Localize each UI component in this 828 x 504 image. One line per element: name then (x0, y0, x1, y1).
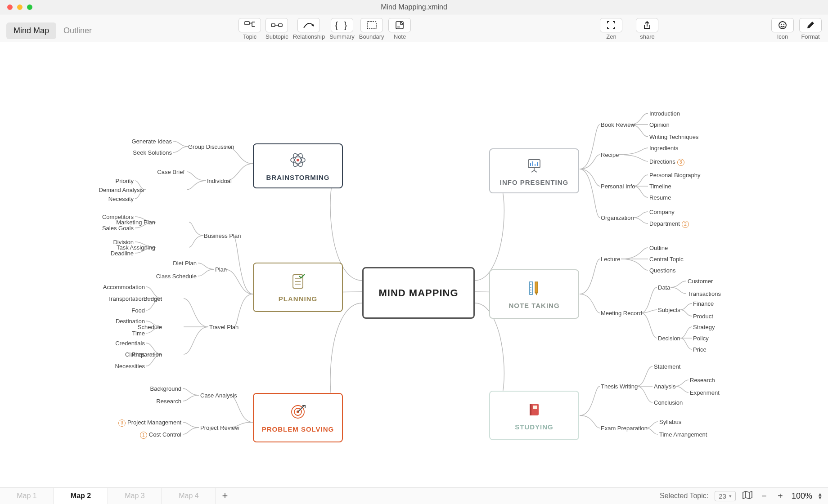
topic-node[interactable]: Demand Analysis (99, 187, 144, 193)
branch-planning[interactable]: PLANNING (253, 263, 343, 312)
topic-node[interactable]: Transactions (688, 290, 721, 297)
mode-outliner[interactable]: Outliner (56, 22, 99, 39)
central-topic[interactable]: MIND MAPPING (362, 267, 475, 319)
topic-node[interactable]: Generate Ideas (131, 138, 172, 145)
topic-node[interactable]: Organization (601, 214, 634, 221)
topic-button[interactable]: Topic (238, 18, 261, 40)
topic-node[interactable]: Necessities (115, 363, 145, 370)
topic-node[interactable]: Schedule (138, 324, 162, 330)
topic-node[interactable]: Decision (658, 335, 680, 342)
topic-node[interactable]: Project Review (200, 424, 239, 431)
topic-node[interactable]: Priority (116, 178, 134, 184)
topic-node[interactable]: Food (131, 307, 145, 314)
sheet-tab[interactable]: Map 4 (162, 488, 216, 504)
zoom-in-button[interactable]: + (775, 491, 785, 501)
topic-node[interactable]: Resume (649, 194, 671, 201)
format-button[interactable]: Format (799, 18, 822, 40)
topic-node[interactable]: Meeting Record (601, 310, 642, 317)
topic-node[interactable]: Timeline (649, 183, 671, 190)
topic-node[interactable]: 3Project Management (117, 419, 181, 427)
map-overview-icon[interactable] (742, 491, 753, 501)
topic-node[interactable]: Lecture (601, 256, 620, 263)
zoom-out-button[interactable]: − (759, 491, 769, 501)
topic-node[interactable]: Ingredients (649, 145, 678, 152)
topic-node[interactable]: Price (693, 346, 706, 353)
topic-node[interactable]: Subjects (658, 307, 680, 313)
boundary-button[interactable]: Boundary (359, 18, 384, 40)
topic-node[interactable]: Research (690, 377, 715, 384)
zoom-stepper-icon[interactable]: ▴▾ (819, 492, 822, 500)
topic-node[interactable]: Writing Techniques (649, 134, 698, 140)
branch-note-taking[interactable]: NOTE TAKING (489, 269, 579, 319)
mode-mind-map[interactable]: Mind Map (6, 22, 56, 39)
branch-studying[interactable]: STUDYING (489, 391, 579, 440)
topic-node[interactable]: Credentials (115, 340, 145, 347)
topic-node[interactable]: Experiment (690, 389, 720, 396)
sheet-tab[interactable]: Map 2 (54, 488, 108, 504)
topic-node[interactable]: Case Brief (157, 169, 184, 175)
topic-node[interactable]: Syllabus (659, 419, 681, 425)
summary-button[interactable]: { } Summary (329, 18, 355, 40)
sheet-tab[interactable]: Map 3 (108, 488, 162, 504)
branch-problem-solving[interactable]: PROBLEM SOLVING (253, 393, 343, 442)
topic-node[interactable]: Department2 (649, 220, 691, 228)
topic-node[interactable]: Accommodation (103, 284, 145, 290)
topic-node[interactable]: Travel Plan (209, 324, 238, 330)
topic-node[interactable]: 1Cost Control (138, 431, 181, 439)
topic-node[interactable]: Business Plan (204, 232, 241, 239)
topic-node[interactable]: Central Topic (649, 256, 684, 263)
topic-node[interactable]: Sales Goals (102, 225, 134, 232)
topic-node[interactable]: Customer (688, 278, 713, 285)
topic-node[interactable]: Recipe (601, 152, 619, 158)
topic-node[interactable]: Group Discussion (188, 143, 234, 150)
subtopic-button[interactable]: Subtopic (266, 18, 288, 40)
mind-map-canvas[interactable]: MIND MAPPING BRAINSTORMING PLANNING PROB… (0, 42, 828, 487)
note-button[interactable]: Note (388, 18, 411, 40)
topic-node[interactable]: Transportation (108, 295, 145, 302)
topic-node[interactable]: Data (658, 284, 670, 291)
topic-node[interactable]: Seek Solutions (133, 149, 172, 156)
topic-node[interactable]: Class Schedule (156, 273, 197, 280)
zen-button[interactable]: Zen (600, 18, 622, 40)
topic-node[interactable]: Case Analysis (200, 392, 237, 399)
topic-node[interactable]: Introduction (649, 110, 680, 117)
topic-node[interactable]: Diet Plan (173, 260, 197, 267)
topic-node[interactable]: Statement (654, 363, 680, 370)
topic-node[interactable]: Opinion (649, 121, 670, 128)
topic-node[interactable]: Competitors (102, 214, 134, 220)
sheet-tab[interactable]: Map 1 (0, 488, 54, 504)
share-button[interactable]: share (636, 18, 658, 40)
topic-node[interactable]: Analysis (654, 383, 675, 390)
topic-node[interactable]: Budget (144, 295, 162, 302)
topic-node[interactable]: Necessity (108, 196, 134, 202)
topic-node[interactable]: Background (150, 385, 181, 392)
topic-node[interactable]: Personal Info (601, 183, 635, 190)
topic-node[interactable]: Time Arrangement (659, 431, 707, 438)
topic-node[interactable]: Outline (649, 245, 668, 251)
topic-node[interactable]: Plan (215, 266, 227, 273)
topic-node[interactable]: Questions (649, 267, 676, 274)
branch-info-presenting[interactable]: INFO PRESENTING (489, 148, 579, 193)
topic-node[interactable]: Thesis Writing (601, 383, 638, 390)
topic-node[interactable]: Policy (693, 335, 709, 342)
topic-node[interactable]: Book Review (601, 121, 635, 128)
topic-node[interactable]: Conclusion (654, 399, 683, 406)
branch-brainstorming[interactable]: BRAINSTORMING (253, 143, 343, 188)
topic-node[interactable]: Division (113, 239, 134, 245)
topic-node[interactable]: Deadline (111, 250, 134, 257)
topic-node[interactable]: Clothes (125, 351, 145, 358)
topic-node[interactable]: Personal Biography (649, 172, 700, 178)
icon-button[interactable]: Icon (771, 18, 794, 40)
topic-node[interactable]: Research (156, 398, 181, 405)
topic-node[interactable]: Time (132, 330, 145, 337)
topic-node[interactable]: Destination (116, 318, 145, 325)
add-sheet-button[interactable]: + (216, 488, 234, 504)
topic-node[interactable]: Directions3 (649, 158, 686, 166)
selected-topic-dropdown[interactable]: 23 ▾ (715, 491, 736, 501)
topic-node[interactable]: Company (649, 209, 675, 215)
topic-node[interactable]: Exam Preparation (601, 425, 648, 432)
topic-node[interactable]: Product (693, 313, 713, 320)
topic-node[interactable]: Individual (207, 178, 232, 184)
topic-node[interactable]: Strategy (693, 324, 715, 330)
topic-node[interactable]: Finance (693, 300, 714, 307)
